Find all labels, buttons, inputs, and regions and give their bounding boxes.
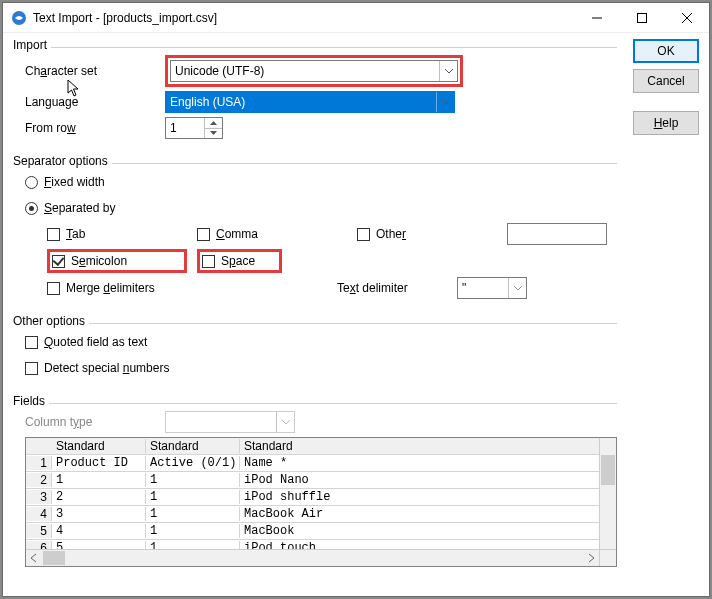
table-row: 541MacBook bbox=[26, 523, 616, 540]
charset-dropdown[interactable]: Unicode (UTF-8) bbox=[170, 60, 458, 82]
language-dropdown[interactable]: English (USA) bbox=[165, 91, 455, 113]
textdelim-dropdown[interactable]: " bbox=[457, 277, 527, 299]
fields-group: Fields Column type Standard Standard Sta… bbox=[13, 395, 617, 586]
dialog-window: Text Import - [products_import.csv] Impo… bbox=[2, 2, 710, 597]
svg-rect-2 bbox=[637, 13, 646, 22]
language-label: Language bbox=[25, 95, 165, 109]
coltype-label: Column type bbox=[25, 415, 165, 429]
other-input[interactable] bbox=[507, 223, 607, 245]
col-header[interactable]: Standard bbox=[146, 439, 240, 453]
vertical-scrollbar[interactable] bbox=[599, 438, 616, 549]
separator-legend: Separator options bbox=[13, 154, 112, 168]
chevron-down-icon bbox=[508, 278, 526, 298]
other-legend: Other options bbox=[13, 314, 89, 328]
fromrow-input[interactable] bbox=[166, 118, 204, 138]
col-header[interactable]: Standard bbox=[52, 439, 146, 453]
horizontal-scrollbar[interactable] bbox=[26, 549, 599, 566]
fromrow-spinner[interactable] bbox=[165, 117, 223, 139]
chevron-down-icon bbox=[439, 61, 457, 81]
chevron-down-icon bbox=[436, 92, 454, 112]
other-checkbox[interactable]: Other bbox=[357, 227, 497, 241]
help-button[interactable]: Help bbox=[633, 111, 699, 135]
fixed-width-radio[interactable]: Fixed width bbox=[25, 175, 105, 189]
semicolon-checkbox[interactable]: Semicolon bbox=[52, 254, 182, 268]
chevron-down-icon bbox=[276, 412, 294, 432]
table-row: 321iPod shuffle bbox=[26, 489, 616, 506]
minimize-button[interactable] bbox=[574, 3, 619, 33]
table-row: 211iPod Nano bbox=[26, 472, 616, 489]
merge-delimiters-checkbox[interactable]: Merge delimiters bbox=[47, 281, 307, 295]
space-checkbox[interactable]: Space bbox=[202, 254, 277, 268]
spinner-down-icon[interactable] bbox=[205, 129, 222, 139]
fromrow-label: From row bbox=[25, 121, 165, 135]
maximize-button[interactable] bbox=[619, 3, 664, 33]
other-options-group: Other options Quoted field as text Detec… bbox=[13, 315, 617, 389]
coltype-dropdown[interactable] bbox=[165, 411, 295, 433]
app-icon bbox=[11, 10, 27, 26]
preview-table[interactable]: Standard Standard Standard 1Product IDAc… bbox=[25, 437, 617, 567]
spinner-up-icon[interactable] bbox=[205, 118, 222, 129]
import-legend: Import bbox=[13, 38, 51, 52]
fields-legend: Fields bbox=[13, 394, 49, 408]
textdelim-label: Text delimiter bbox=[337, 281, 427, 295]
table-row: 431MacBook Air bbox=[26, 506, 616, 523]
charset-label: Character set bbox=[25, 64, 165, 78]
comma-checkbox[interactable]: Comma bbox=[197, 227, 347, 241]
import-group: Import Character set Unicode (UTF-8) bbox=[13, 39, 617, 149]
col-header[interactable]: Standard bbox=[240, 439, 616, 453]
table-row: 1Product IDActive (0/1)Name * bbox=[26, 455, 616, 472]
ok-button[interactable]: OK bbox=[633, 39, 699, 63]
tab-checkbox[interactable]: Tab bbox=[47, 227, 187, 241]
detect-numbers-checkbox[interactable]: Detect special numbers bbox=[25, 361, 169, 375]
separator-group: Separator options Fixed width Separated … bbox=[13, 155, 617, 309]
cancel-button[interactable]: Cancel bbox=[633, 69, 699, 93]
separated-by-radio[interactable]: Separated by bbox=[25, 201, 115, 215]
window-title: Text Import - [products_import.csv] bbox=[33, 11, 574, 25]
quoted-field-checkbox[interactable]: Quoted field as text bbox=[25, 335, 147, 349]
close-button[interactable] bbox=[664, 3, 709, 33]
titlebar: Text Import - [products_import.csv] bbox=[3, 3, 709, 33]
